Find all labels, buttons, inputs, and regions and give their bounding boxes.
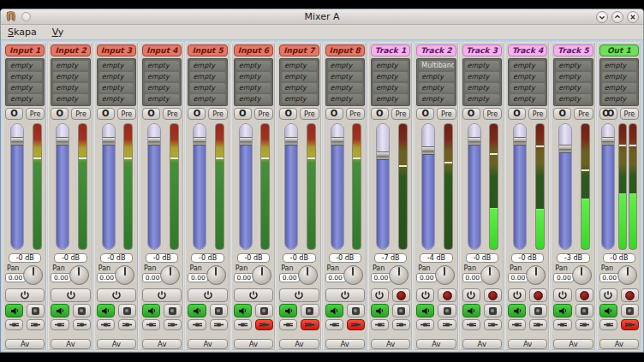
- volume-fader[interactable]: [239, 123, 253, 250]
- input-routing-button[interactable]: [188, 319, 206, 330]
- effect-slot[interactable]: empty: [328, 83, 362, 92]
- output-routing-button[interactable]: [392, 319, 410, 330]
- gain-db-value[interactable]: -0 dB: [237, 253, 270, 263]
- pan-knob[interactable]: [298, 265, 318, 285]
- volume-fader[interactable]: [558, 123, 572, 250]
- gain-db-value[interactable]: -0 dB: [100, 253, 133, 263]
- effect-slot[interactable]: empty: [8, 94, 42, 104]
- maximize-button[interactable]: [611, 11, 623, 23]
- record-arm-button[interactable]: [392, 288, 410, 302]
- solo-button[interactable]: [27, 304, 45, 317]
- input-routing-button[interactable]: [5, 319, 23, 330]
- effect-slot[interactable]: empty: [510, 72, 545, 81]
- input-routing-button[interactable]: [279, 319, 297, 330]
- solo-button[interactable]: [392, 304, 410, 317]
- pan-knob[interactable]: [160, 265, 180, 285]
- pre-fader-button[interactable]: Pre: [574, 108, 593, 120]
- fader-handle[interactable]: [103, 137, 115, 145]
- effect-slot[interactable]: empty: [328, 61, 362, 70]
- input-routing-button[interactable]: [553, 319, 571, 330]
- automation-mode-button[interactable]: Av: [51, 339, 90, 349]
- solo-button[interactable]: [347, 304, 365, 317]
- fader-handle[interactable]: [559, 145, 571, 153]
- pre-fader-button[interactable]: Pre: [528, 108, 547, 120]
- effect-slot[interactable]: empty: [328, 72, 362, 81]
- effect-slot[interactable]: empty: [373, 61, 408, 70]
- solo-button[interactable]: [255, 304, 273, 317]
- output-routing-button[interactable]: [255, 319, 273, 330]
- effect-slot[interactable]: Multiband..: [419, 61, 453, 70]
- effect-slot[interactable]: empty: [465, 94, 499, 104]
- strip-header[interactable]: Input 6: [234, 45, 273, 56]
- effect-slot[interactable]: empty: [53, 72, 87, 81]
- power-button[interactable]: [416, 288, 434, 302]
- input-routing-button[interactable]: [508, 319, 526, 330]
- mono-route-button[interactable]: O: [462, 108, 480, 120]
- record-arm-button[interactable]: [621, 288, 639, 302]
- automation-mode-button[interactable]: Av: [599, 339, 639, 349]
- gain-db-value[interactable]: -7 dB: [374, 253, 407, 263]
- mute-button[interactable]: [325, 304, 343, 317]
- mute-button[interactable]: [142, 304, 160, 317]
- gain-db-value[interactable]: -0 dB: [511, 253, 544, 263]
- effect-slot[interactable]: empty: [510, 61, 545, 70]
- output-routing-button[interactable]: [621, 319, 639, 330]
- gain-db-value[interactable]: -3 dB: [557, 253, 589, 263]
- automation-mode-button[interactable]: Av: [5, 339, 45, 349]
- effect-slot[interactable]: empty: [99, 72, 134, 81]
- effect-slot[interactable]: empty: [190, 72, 224, 81]
- effect-slot[interactable]: empty: [465, 83, 499, 92]
- volume-fader[interactable]: [102, 123, 116, 250]
- pre-fader-button[interactable]: Pre: [300, 108, 319, 120]
- strip-header[interactable]: Input 2: [51, 45, 90, 56]
- mono-route-button[interactable]: O: [553, 108, 571, 120]
- effect-slot[interactable]: empty: [602, 72, 636, 81]
- volume-fader[interactable]: [10, 123, 24, 250]
- fader-handle[interactable]: [514, 137, 526, 145]
- gain-db-value[interactable]: -4 dB: [420, 253, 452, 263]
- sticky-button[interactable]: [21, 12, 31, 21]
- automation-mode-button[interactable]: Av: [325, 339, 365, 349]
- effect-slot[interactable]: empty: [236, 83, 271, 92]
- record-arm-button[interactable]: [484, 288, 502, 302]
- output-routing-button[interactable]: [73, 319, 91, 330]
- strip-header[interactable]: Input 5: [188, 45, 227, 56]
- effect-slot[interactable]: empty: [556, 72, 590, 81]
- strip-header[interactable]: Track 4: [508, 45, 547, 56]
- pan-knob[interactable]: [480, 265, 500, 285]
- output-routing-button[interactable]: [529, 319, 547, 330]
- volume-fader[interactable]: [421, 123, 435, 250]
- mono-route-button[interactable]: O: [188, 108, 206, 120]
- output-routing-button[interactable]: [27, 319, 45, 330]
- record-arm-button[interactable]: [438, 288, 456, 302]
- input-routing-button[interactable]: [462, 319, 480, 330]
- fader-handle[interactable]: [285, 137, 297, 145]
- input-routing-button[interactable]: [416, 319, 434, 330]
- mono-route-button[interactable]: O: [5, 108, 23, 120]
- mute-button[interactable]: [371, 304, 389, 317]
- effect-slot[interactable]: empty: [99, 94, 134, 104]
- effect-slot[interactable]: empty: [465, 72, 499, 81]
- input-routing-button[interactable]: [142, 319, 160, 330]
- strip-header[interactable]: Input 7: [279, 45, 319, 56]
- pan-value[interactable]: 0.00: [51, 273, 71, 282]
- power-button[interactable]: [5, 288, 45, 302]
- automation-mode-button[interactable]: Av: [234, 339, 273, 349]
- gain-db-value[interactable]: -0 dB: [466, 253, 498, 263]
- effect-slot[interactable]: empty: [419, 83, 453, 92]
- effect-slot[interactable]: empty: [8, 72, 42, 81]
- solo-button[interactable]: [621, 304, 639, 317]
- mute-button[interactable]: [599, 304, 617, 317]
- strip-header[interactable]: Input 1: [5, 45, 45, 56]
- output-routing-button[interactable]: [164, 319, 182, 330]
- record-arm-button[interactable]: [575, 288, 593, 302]
- solo-button[interactable]: [529, 304, 547, 317]
- volume-fader[interactable]: [601, 123, 615, 250]
- effect-slot[interactable]: empty: [556, 94, 590, 104]
- effect-slot[interactable]: empty: [373, 72, 408, 81]
- gain-db-value[interactable]: -0 dB: [191, 253, 224, 263]
- pan-knob[interactable]: [23, 265, 43, 285]
- pan-knob[interactable]: [435, 265, 455, 285]
- pre-fader-button[interactable]: Pre: [254, 108, 273, 120]
- output-routing-button[interactable]: [347, 319, 365, 330]
